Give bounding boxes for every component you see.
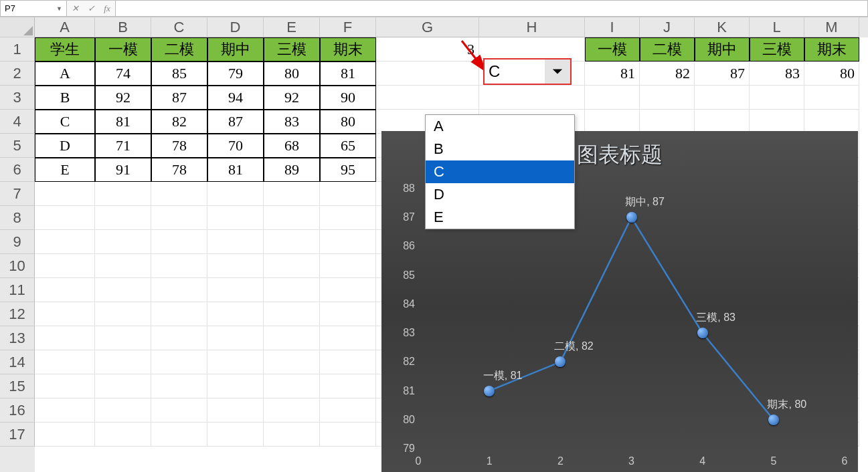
cell[interactable] <box>640 110 695 134</box>
cell[interactable]: 期中 <box>695 37 750 62</box>
cell[interactable] <box>264 326 320 350</box>
cell[interactable] <box>585 86 640 110</box>
row-header[interactable]: 3 <box>0 86 35 110</box>
cell[interactable] <box>207 254 264 278</box>
cell[interactable]: E <box>35 158 95 182</box>
cell[interactable] <box>95 350 151 374</box>
cell[interactable] <box>264 206 320 230</box>
row-header[interactable]: 14 <box>0 350 35 374</box>
cell[interactable]: 3 <box>376 37 479 62</box>
cell[interactable] <box>151 423 207 447</box>
cell[interactable] <box>207 423 264 447</box>
cell[interactable] <box>35 423 95 447</box>
cell[interactable] <box>95 374 151 398</box>
col-header[interactable]: J <box>640 17 695 37</box>
student-combo[interactable]: C <box>483 58 572 85</box>
cell[interactable]: 83 <box>264 110 320 134</box>
cell[interactable] <box>750 110 804 134</box>
cell[interactable] <box>151 182 207 206</box>
col-header[interactable]: A <box>35 17 95 37</box>
combo-option[interactable]: B <box>426 138 574 160</box>
cell[interactable]: 期末 <box>804 37 859 62</box>
row-header[interactable]: 15 <box>0 374 35 398</box>
cell[interactable] <box>151 254 207 278</box>
row-header[interactable]: 16 <box>0 398 35 423</box>
combo-option[interactable]: A <box>426 115 574 138</box>
cell[interactable]: 90 <box>320 86 376 110</box>
cell[interactable] <box>207 398 264 423</box>
row-header[interactable]: 9 <box>0 230 35 254</box>
cell[interactable]: 一模 <box>585 37 640 62</box>
cell[interactable] <box>264 278 320 302</box>
row-header[interactable]: 11 <box>0 278 35 302</box>
cell[interactable] <box>264 398 320 423</box>
col-header[interactable]: I <box>585 17 640 37</box>
cell[interactable] <box>320 230 376 254</box>
cell[interactable] <box>804 110 859 134</box>
col-header[interactable]: K <box>695 17 750 37</box>
cell[interactable] <box>264 350 320 374</box>
row-header[interactable]: 17 <box>0 423 35 447</box>
cell[interactable]: 81 <box>95 110 151 134</box>
cell[interactable] <box>151 278 207 302</box>
cell[interactable] <box>320 206 376 230</box>
cell[interactable] <box>151 398 207 423</box>
col-header[interactable]: B <box>95 17 151 37</box>
cell[interactable]: 92 <box>264 86 320 110</box>
cell[interactable] <box>320 182 376 206</box>
cell[interactable] <box>207 326 264 350</box>
cell[interactable] <box>151 374 207 398</box>
cell[interactable] <box>320 254 376 278</box>
cell[interactable]: 87 <box>695 62 750 86</box>
cell[interactable]: 三模 <box>264 37 320 62</box>
cell[interactable] <box>95 423 151 447</box>
cell[interactable] <box>35 278 95 302</box>
cell[interactable]: 学生 <box>35 37 95 62</box>
cell[interactable]: 94 <box>207 86 264 110</box>
chevron-down-icon[interactable]: ▼ <box>56 5 62 12</box>
cell[interactable]: 89 <box>264 158 320 182</box>
cell[interactable] <box>151 230 207 254</box>
cell[interactable] <box>264 302 320 326</box>
cell[interactable] <box>585 110 640 134</box>
cell[interactable]: 83 <box>750 62 804 86</box>
row-header[interactable]: 7 <box>0 182 35 206</box>
cell[interactable]: 70 <box>207 134 264 158</box>
cell[interactable]: 期末 <box>320 37 376 62</box>
cell[interactable]: 78 <box>151 158 207 182</box>
cell[interactable] <box>95 326 151 350</box>
cell[interactable]: 二模 <box>640 37 695 62</box>
cell[interactable] <box>151 326 207 350</box>
chevron-down-icon[interactable] <box>545 60 570 84</box>
cell[interactable]: 71 <box>95 134 151 158</box>
cell[interactable]: 期中 <box>207 37 264 62</box>
cell[interactable] <box>95 206 151 230</box>
cell[interactable] <box>151 206 207 230</box>
col-header[interactable]: H <box>479 17 585 37</box>
row-header[interactable]: 5 <box>0 134 35 158</box>
cell[interactable] <box>320 278 376 302</box>
cell[interactable] <box>207 350 264 374</box>
cell[interactable] <box>320 374 376 398</box>
col-header[interactable]: E <box>264 17 320 37</box>
cell[interactable]: 74 <box>95 62 151 86</box>
select-all-corner[interactable] <box>0 17 35 37</box>
cell[interactable] <box>35 230 95 254</box>
cell[interactable]: 92 <box>95 86 151 110</box>
col-header[interactable]: L <box>750 17 804 37</box>
cell[interactable]: 二模 <box>151 37 207 62</box>
cell[interactable]: 80 <box>320 110 376 134</box>
cell[interactable] <box>264 182 320 206</box>
cell[interactable] <box>35 350 95 374</box>
cell[interactable] <box>207 374 264 398</box>
cell[interactable] <box>35 398 95 423</box>
cell[interactable]: 三模 <box>750 37 804 62</box>
col-header[interactable]: C <box>151 17 207 37</box>
combo-option[interactable]: D <box>426 183 574 206</box>
row-header[interactable]: 6 <box>0 158 35 182</box>
cell[interactable] <box>320 398 376 423</box>
cell[interactable] <box>320 423 376 447</box>
cell[interactable] <box>207 206 264 230</box>
fx-icon[interactable]: fx <box>99 3 115 14</box>
cell[interactable] <box>264 423 320 447</box>
